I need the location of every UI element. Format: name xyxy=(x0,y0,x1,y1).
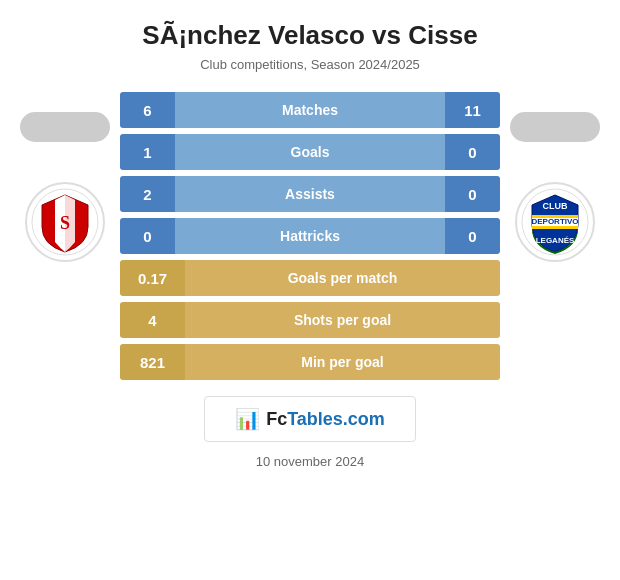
branding-icon: 📊 xyxy=(235,407,260,431)
right-placeholder xyxy=(510,112,600,142)
stat-left-assists: 2 xyxy=(120,176,175,212)
stat-row-matches: 6 Matches 11 xyxy=(120,92,500,128)
stat-right-hattricks: 0 xyxy=(445,218,500,254)
comparison-card: SÃ¡nchez Velasco vs Cisse Club competiti… xyxy=(0,0,620,580)
stat-row-spg: 4 Shots per goal xyxy=(120,302,500,338)
stat-row-mpg: 821 Min per goal xyxy=(120,344,500,380)
stat-right-matches: 11 xyxy=(445,92,500,128)
main-content: S 6 Matches 11 1 Goals 0 2 xyxy=(20,92,600,380)
svg-text:DEPORTIVO: DEPORTIVO xyxy=(531,217,578,226)
svg-text:LEGANÉS: LEGANÉS xyxy=(536,236,575,245)
stat-label-spg: Shots per goal xyxy=(185,302,500,338)
stat-row-assists: 2 Assists 0 xyxy=(120,176,500,212)
stat-label-assists: Assists xyxy=(175,176,445,212)
stat-row-goals: 1 Goals 0 xyxy=(120,134,500,170)
page-subtitle: Club competitions, Season 2024/2025 xyxy=(200,57,420,72)
page-title: SÃ¡nchez Velasco vs Cisse xyxy=(142,20,477,51)
stat-label-hattricks: Hattricks xyxy=(175,218,445,254)
stat-label-matches: Matches xyxy=(175,92,445,128)
stat-right-goals: 0 xyxy=(445,134,500,170)
logo-left: S xyxy=(20,92,110,262)
svg-rect-5 xyxy=(532,226,578,229)
stat-label-gpm: Goals per match xyxy=(185,260,500,296)
stat-label-goals: Goals xyxy=(175,134,445,170)
stat-left-matches: 6 xyxy=(120,92,175,128)
stat-row-hattricks: 0 Hattricks 0 xyxy=(120,218,500,254)
date-label: 10 november 2024 xyxy=(256,454,364,469)
stat-left-hattricks: 0 xyxy=(120,218,175,254)
stat-left-spg: 4 xyxy=(120,302,185,338)
branding-box: 📊 FcTables.com xyxy=(204,396,416,442)
sevilla-logo: S xyxy=(25,182,105,262)
leganes-logo: CLUB DEPORTIVO LEGANÉS xyxy=(515,182,595,262)
svg-text:S: S xyxy=(60,213,70,233)
stat-row-gpm: 0.17 Goals per match xyxy=(120,260,500,296)
left-placeholder xyxy=(20,112,110,142)
stat-left-gpm: 0.17 xyxy=(120,260,185,296)
svg-text:CLUB: CLUB xyxy=(543,201,568,211)
stat-left-goals: 1 xyxy=(120,134,175,170)
stat-right-assists: 0 xyxy=(445,176,500,212)
stat-left-mpg: 821 xyxy=(120,344,185,380)
branding-colored: Tables.com xyxy=(287,409,385,429)
logo-right: CLUB DEPORTIVO LEGANÉS xyxy=(510,92,600,262)
branding-text: FcTables.com xyxy=(266,409,385,430)
stats-column: 6 Matches 11 1 Goals 0 2 Assists 0 0 Hat… xyxy=(120,92,500,380)
stat-label-mpg: Min per goal xyxy=(185,344,500,380)
